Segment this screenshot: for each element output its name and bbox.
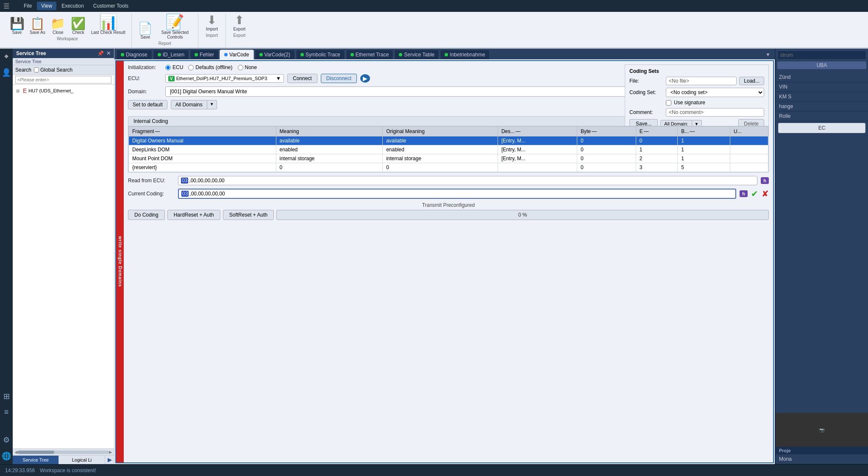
- sidebar-scroll: ◀ ▶: [13, 448, 114, 455]
- tab-fehler[interactable]: Fehler: [190, 50, 219, 59]
- init-none-radio[interactable]: None: [238, 64, 257, 70]
- check-button[interactable]: ✅ Check: [69, 17, 88, 36]
- user-icon[interactable]: 👤: [0, 66, 13, 79]
- ecu-select[interactable]: V Ethernet_DoIP).HU7_HU7_Premium_SOP3 ▼: [165, 74, 284, 83]
- ec-button[interactable]: EC: [778, 123, 865, 133]
- arrow-button[interactable]: ▶: [360, 74, 370, 83]
- sidebar-nav-arrow[interactable]: ▶: [105, 456, 114, 464]
- right-search-input[interactable]: [777, 50, 866, 60]
- tab-label-varcode2: VarCode(2): [264, 52, 290, 58]
- import-icon: ⬇: [207, 14, 217, 26]
- cs-use-signature-checkbox[interactable]: [666, 100, 671, 106]
- right-section-item[interactable]: Mona: [776, 454, 868, 464]
- tab-dot-varcode: [224, 53, 228, 56]
- sidebar-close-icon[interactable]: ✕: [106, 50, 111, 56]
- close-icon: 📁: [50, 18, 65, 30]
- right-section-title: Proje: [776, 447, 868, 454]
- tab-symbolic-trace[interactable]: Symbolic Trace: [296, 50, 345, 59]
- coding-sets-title: Coding Sets: [629, 68, 764, 74]
- cs-coding-set-select[interactable]: <No coding set>: [666, 88, 764, 97]
- hard-reset-button[interactable]: HardReset + Auth: [167, 210, 220, 220]
- menu-file[interactable]: File: [19, 2, 36, 10]
- export-button[interactable]: ⬆ Export: [230, 14, 249, 32]
- report-label: Report: [159, 41, 171, 46]
- table-row[interactable]: Mount Point DOMinternal storageinternal …: [129, 154, 768, 163]
- menu-execution[interactable]: Execution: [57, 2, 88, 10]
- save-button[interactable]: 💾 Save: [8, 17, 26, 36]
- table-header-row: Fragment— Meaning Original Meaning Des..…: [129, 127, 768, 136]
- tree-item-hu7[interactable]: ⊞ E HU7 (UDS_Ethernet_: [14, 86, 112, 95]
- col-u: U...: [730, 127, 768, 136]
- coding-sets-panel: Coding Sets File: <No file> Load... Codi…: [625, 64, 769, 132]
- cs-comment-row: Comment: <No comment>: [629, 108, 764, 117]
- report-save-button[interactable]: 📄 Save: [136, 22, 155, 40]
- settings-icon[interactable]: ⚙: [1, 434, 11, 446]
- right-item-kms[interactable]: KM S: [776, 92, 868, 102]
- connect-button[interactable]: Connect: [287, 74, 317, 83]
- sidebar-section-label: Service Tree: [13, 58, 114, 65]
- save-as-icon: 📋: [30, 18, 45, 30]
- right-item-vin[interactable]: VIN: [776, 82, 868, 92]
- tab-varcode[interactable]: VarCode: [220, 50, 253, 59]
- tab-varcode2[interactable]: VarCode(2): [255, 50, 295, 59]
- target-icon[interactable]: ⌖: [3, 50, 10, 63]
- right-item-hange[interactable]: hange: [776, 102, 868, 111]
- coding-table-container: Fragment— Meaning Original Meaning Des..…: [128, 126, 769, 173]
- cs-file-label: File:: [629, 78, 663, 84]
- save-selected-controls-button[interactable]: 📝 Save Selected Controls: [156, 14, 194, 40]
- cross-cancel-icon[interactable]: ✘: [762, 189, 769, 199]
- disconnect-button[interactable]: Disconnect: [321, 74, 357, 83]
- tab-ethernet-trace[interactable]: Ethernet Trace: [346, 50, 394, 59]
- sidebar-scrollbar[interactable]: [18, 451, 109, 454]
- do-coding-button[interactable]: Do Coding: [128, 210, 165, 220]
- all-domains-1-button[interactable]: All Domains: [171, 100, 207, 109]
- import-button[interactable]: ⬇ Import: [203, 14, 221, 32]
- tree-expand-icon[interactable]: ⊞: [16, 89, 21, 93]
- global-search-label[interactable]: Global Search: [34, 67, 72, 73]
- all-domains-1-arrow[interactable]: ▼: [207, 100, 217, 109]
- tab-label-symbolic-trace: Symbolic Trace: [306, 52, 340, 58]
- sidebar-tab-logical-li[interactable]: Logical Li: [59, 456, 105, 464]
- tabs-more-button[interactable]: ▼: [763, 50, 773, 59]
- tab-dot-fehler: [195, 53, 198, 56]
- save-as-button[interactable]: 📋 Save As: [28, 17, 47, 36]
- menu-customer-tools[interactable]: Customer Tools: [89, 2, 133, 10]
- tab-id-lesen[interactable]: ID_Lesen: [153, 50, 189, 59]
- check-accept-icon[interactable]: ✔: [751, 189, 758, 199]
- last-check-result-button[interactable]: 📊 Last Check Result: [89, 14, 127, 36]
- read-h-badge[interactable]: h: [761, 177, 769, 184]
- menu-icon[interactable]: ≡: [3, 406, 11, 418]
- table-row[interactable]: {reserviert}00035: [129, 163, 768, 172]
- table-row[interactable]: Digital Owners Manualavailableavailable[…: [129, 136, 768, 145]
- tabs-bar: Diagnose ID_Lesen Fehler VarCode VarCode…: [114, 49, 775, 59]
- init-ecu-radio[interactable]: ECU: [165, 64, 183, 70]
- varcode-panel: write single Domains Initialization: ECU: [116, 61, 773, 462]
- cs-load-button[interactable]: Load...: [739, 77, 764, 85]
- export-icon: ⬆: [234, 14, 244, 26]
- sidebar-tab-service-tree[interactable]: Service Tree: [13, 456, 59, 464]
- right-item-rolle[interactable]: Rolle: [776, 111, 868, 121]
- ecu-dropdown-icon[interactable]: ▼: [276, 75, 281, 81]
- global-search-checkbox[interactable]: [34, 67, 39, 72]
- soft-reset-button[interactable]: SoftReset + Auth: [223, 210, 274, 220]
- hamburger-icon[interactable]: ☰: [3, 2, 9, 10]
- current-h-badge[interactable]: h: [740, 190, 748, 197]
- grid-icon[interactable]: ⊞: [2, 390, 11, 403]
- globe-icon[interactable]: 🌐: [0, 450, 13, 462]
- set-to-default-button[interactable]: Set to default: [128, 100, 167, 109]
- menu-view[interactable]: View: [37, 2, 56, 10]
- tab-service-table[interactable]: Service Table: [394, 50, 439, 59]
- table-row[interactable]: DeepLinks DOMenabledenabled[Entry, M...0…: [129, 145, 768, 154]
- tab-diagnose[interactable]: Diagnose: [116, 50, 152, 59]
- col-b: B...—: [678, 127, 730, 136]
- export-label: Export: [233, 33, 245, 38]
- init-defaults-radio[interactable]: Defaults (offline): [188, 64, 232, 70]
- cs-comment-value: <No comment>: [666, 108, 764, 117]
- right-item-zund[interactable]: Zünd: [776, 72, 868, 82]
- close-button[interactable]: 📁 Close: [49, 17, 67, 36]
- search-input[interactable]: [15, 76, 111, 84]
- current-coding-value[interactable]: 03 ,00,00,00,00,00: [178, 189, 736, 199]
- pin-icon[interactable]: 📌: [97, 50, 104, 56]
- tab-inbetriebnahme[interactable]: Inbetriebnahme: [440, 50, 490, 59]
- main-content: write single Domains Initialization: ECU: [114, 59, 775, 464]
